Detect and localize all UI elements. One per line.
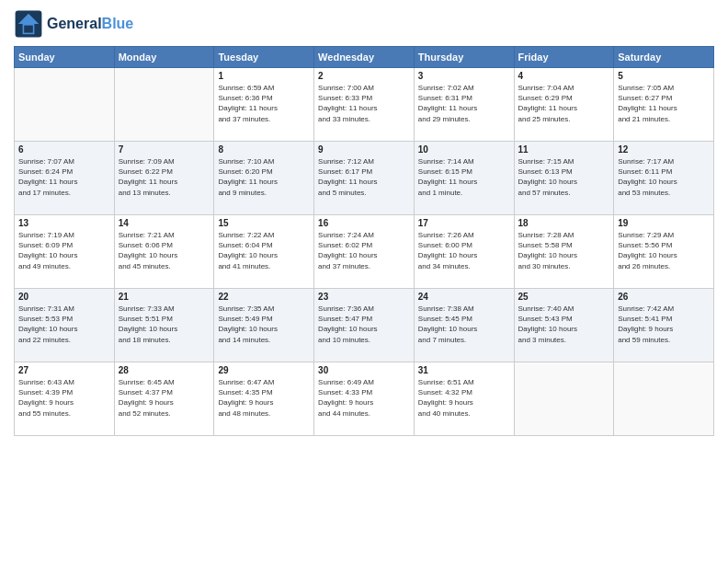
header-row: SundayMondayTuesdayWednesdayThursdayFrid… — [15, 47, 714, 68]
day-info: Sunrise: 7:07 AM Sunset: 6:24 PM Dayligh… — [18, 156, 110, 198]
day-number: 13 — [18, 218, 110, 228]
day-cell: 18Sunrise: 7:28 AM Sunset: 5:58 PM Dayli… — [514, 215, 614, 289]
day-number: 27 — [18, 365, 110, 375]
day-cell — [114, 68, 214, 142]
day-info: Sunrise: 7:04 AM Sunset: 6:29 PM Dayligh… — [518, 83, 610, 124]
day-info: Sunrise: 6:45 AM Sunset: 4:37 PM Dayligh… — [119, 377, 210, 419]
day-number: 7 — [119, 144, 210, 155]
day-number: 26 — [618, 292, 710, 302]
header-cell-wednesday: Wednesday — [314, 47, 415, 68]
header-cell-friday: Friday — [514, 47, 614, 68]
day-cell: 8Sunrise: 7:10 AM Sunset: 6:20 PM Daylig… — [214, 142, 314, 215]
day-info: Sunrise: 6:51 AM Sunset: 4:32 PM Dayligh… — [418, 377, 510, 419]
day-cell: 3Sunrise: 7:02 AM Sunset: 6:31 PM Daylig… — [414, 68, 514, 142]
day-number: 8 — [218, 144, 310, 155]
day-cell — [514, 362, 614, 436]
day-number: 3 — [418, 71, 510, 81]
day-info: Sunrise: 7:36 AM Sunset: 5:47 PM Dayligh… — [318, 304, 410, 345]
day-number: 20 — [18, 292, 110, 302]
day-cell: 14Sunrise: 7:21 AM Sunset: 6:06 PM Dayli… — [114, 215, 214, 289]
day-cell: 12Sunrise: 7:17 AM Sunset: 6:11 PM Dayli… — [614, 142, 714, 215]
day-number: 11 — [518, 144, 610, 155]
header-cell-sunday: Sunday — [15, 47, 115, 68]
day-cell: 9Sunrise: 7:12 AM Sunset: 6:17 PM Daylig… — [314, 142, 415, 215]
day-cell: 30Sunrise: 6:49 AM Sunset: 4:33 PM Dayli… — [314, 362, 415, 436]
header-cell-tuesday: Tuesday — [214, 47, 314, 68]
day-cell: 27Sunrise: 6:43 AM Sunset: 4:39 PM Dayli… — [15, 362, 115, 436]
day-cell — [15, 68, 115, 142]
day-cell: 5Sunrise: 7:05 AM Sunset: 6:27 PM Daylig… — [614, 68, 714, 142]
header-cell-saturday: Saturday — [614, 47, 714, 68]
week-row-4: 20Sunrise: 7:31 AM Sunset: 5:53 PM Dayli… — [15, 289, 714, 362]
day-number: 18 — [518, 218, 610, 228]
day-number: 5 — [618, 71, 710, 81]
svg-rect-2 — [24, 26, 33, 33]
day-number: 14 — [119, 218, 210, 228]
day-info: Sunrise: 7:12 AM Sunset: 6:17 PM Dayligh… — [318, 156, 410, 198]
day-info: Sunrise: 6:47 AM Sunset: 4:35 PM Dayligh… — [218, 377, 310, 419]
day-info: Sunrise: 7:09 AM Sunset: 6:22 PM Dayligh… — [119, 156, 210, 198]
day-info: Sunrise: 6:49 AM Sunset: 4:33 PM Dayligh… — [318, 377, 410, 419]
day-cell: 15Sunrise: 7:22 AM Sunset: 6:04 PM Dayli… — [214, 215, 314, 289]
day-number: 17 — [418, 218, 510, 228]
day-number: 1 — [218, 71, 310, 81]
day-cell: 31Sunrise: 6:51 AM Sunset: 4:32 PM Dayli… — [414, 362, 514, 436]
day-info: Sunrise: 6:43 AM Sunset: 4:39 PM Dayligh… — [18, 377, 110, 419]
day-info: Sunrise: 7:33 AM Sunset: 5:51 PM Dayligh… — [119, 304, 210, 345]
calendar-container: GeneralBlue SundayMondayTuesdayWednesday… — [0, 0, 728, 445]
day-number: 15 — [218, 218, 310, 228]
day-info: Sunrise: 7:10 AM Sunset: 6:20 PM Dayligh… — [218, 156, 310, 198]
day-cell: 2Sunrise: 7:00 AM Sunset: 6:33 PM Daylig… — [314, 68, 415, 142]
day-number: 2 — [318, 71, 410, 81]
day-info: Sunrise: 7:22 AM Sunset: 6:04 PM Dayligh… — [218, 230, 310, 271]
day-cell: 4Sunrise: 7:04 AM Sunset: 6:29 PM Daylig… — [514, 68, 614, 142]
day-number: 31 — [418, 365, 510, 375]
day-number: 10 — [418, 144, 510, 155]
day-cell: 13Sunrise: 7:19 AM Sunset: 6:09 PM Dayli… — [15, 215, 115, 289]
logo-icon — [14, 9, 43, 39]
day-info: Sunrise: 6:59 AM Sunset: 6:36 PM Dayligh… — [218, 83, 310, 124]
day-number: 16 — [318, 218, 410, 228]
day-cell: 20Sunrise: 7:31 AM Sunset: 5:53 PM Dayli… — [15, 289, 115, 362]
day-info: Sunrise: 7:02 AM Sunset: 6:31 PM Dayligh… — [418, 83, 510, 124]
day-number: 21 — [119, 292, 210, 302]
day-info: Sunrise: 7:19 AM Sunset: 6:09 PM Dayligh… — [18, 230, 110, 271]
day-info: Sunrise: 7:24 AM Sunset: 6:02 PM Dayligh… — [318, 230, 410, 271]
day-info: Sunrise: 7:40 AM Sunset: 5:43 PM Dayligh… — [518, 304, 610, 345]
day-cell: 26Sunrise: 7:42 AM Sunset: 5:41 PM Dayli… — [614, 289, 714, 362]
day-info: Sunrise: 7:15 AM Sunset: 6:13 PM Dayligh… — [518, 156, 610, 198]
day-cell: 16Sunrise: 7:24 AM Sunset: 6:02 PM Dayli… — [314, 215, 415, 289]
day-number: 23 — [318, 292, 410, 302]
day-number: 19 — [618, 218, 710, 228]
day-info: Sunrise: 7:26 AM Sunset: 6:00 PM Dayligh… — [418, 230, 510, 271]
logo: GeneralBlue — [14, 9, 133, 39]
header-cell-thursday: Thursday — [414, 47, 514, 68]
day-number: 22 — [218, 292, 310, 302]
day-cell: 28Sunrise: 6:45 AM Sunset: 4:37 PM Dayli… — [114, 362, 214, 436]
day-number: 4 — [518, 71, 610, 81]
day-number: 28 — [119, 365, 210, 375]
day-number: 24 — [418, 292, 510, 302]
day-number: 25 — [518, 292, 610, 302]
day-info: Sunrise: 7:42 AM Sunset: 5:41 PM Dayligh… — [618, 304, 710, 345]
day-number: 29 — [218, 365, 310, 375]
week-row-3: 13Sunrise: 7:19 AM Sunset: 6:09 PM Dayli… — [15, 215, 714, 289]
day-number: 12 — [618, 144, 710, 155]
day-number: 9 — [318, 144, 410, 155]
day-info: Sunrise: 7:21 AM Sunset: 6:06 PM Dayligh… — [119, 230, 210, 271]
day-cell: 22Sunrise: 7:35 AM Sunset: 5:49 PM Dayli… — [214, 289, 314, 362]
day-number: 30 — [318, 365, 410, 375]
day-info: Sunrise: 7:29 AM Sunset: 5:56 PM Dayligh… — [618, 230, 710, 271]
header-cell-monday: Monday — [114, 47, 214, 68]
week-row-1: 1Sunrise: 6:59 AM Sunset: 6:36 PM Daylig… — [15, 68, 714, 142]
day-cell: 11Sunrise: 7:15 AM Sunset: 6:13 PM Dayli… — [514, 142, 614, 215]
header: GeneralBlue — [14, 9, 714, 39]
day-cell: 10Sunrise: 7:14 AM Sunset: 6:15 PM Dayli… — [414, 142, 514, 215]
day-cell: 29Sunrise: 6:47 AM Sunset: 4:35 PM Dayli… — [214, 362, 314, 436]
day-cell: 1Sunrise: 6:59 AM Sunset: 6:36 PM Daylig… — [214, 68, 314, 142]
week-row-2: 6Sunrise: 7:07 AM Sunset: 6:24 PM Daylig… — [15, 142, 714, 215]
day-info: Sunrise: 7:05 AM Sunset: 6:27 PM Dayligh… — [618, 83, 710, 124]
day-info: Sunrise: 7:38 AM Sunset: 5:45 PM Dayligh… — [418, 304, 510, 345]
calendar-table: SundayMondayTuesdayWednesdayThursdayFrid… — [14, 46, 714, 436]
day-info: Sunrise: 7:14 AM Sunset: 6:15 PM Dayligh… — [418, 156, 510, 198]
